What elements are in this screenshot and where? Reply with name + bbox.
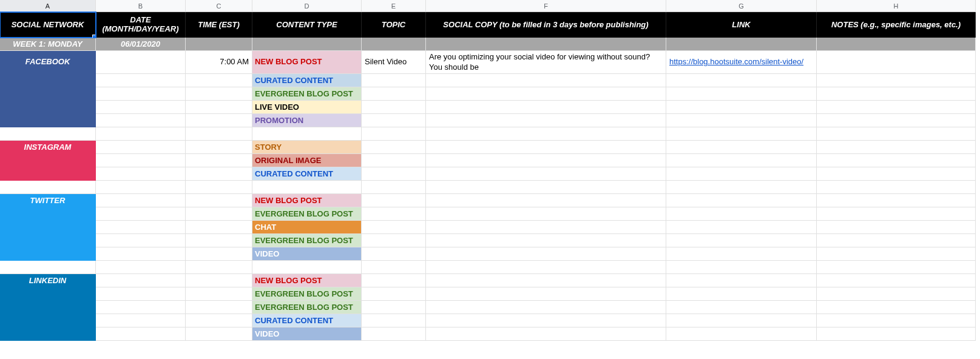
tag-curated-content[interactable]: CURATED CONTENT xyxy=(252,167,362,181)
cell[interactable] xyxy=(186,141,252,154)
tag-new-blog-post[interactable]: NEW BLOG POST xyxy=(252,51,362,74)
cell[interactable] xyxy=(96,154,186,167)
cell[interactable] xyxy=(817,247,976,261)
cell[interactable] xyxy=(817,141,976,154)
cell[interactable] xyxy=(96,234,186,247)
cell[interactable] xyxy=(426,207,666,221)
cell[interactable] xyxy=(666,127,817,141)
cell[interactable] xyxy=(186,87,252,101)
cell[interactable] xyxy=(186,127,252,141)
tag-evergreen[interactable]: EVERGREEN BLOG POST xyxy=(252,234,362,247)
cell[interactable] xyxy=(96,327,186,341)
cell[interactable] xyxy=(426,221,666,234)
cell[interactable] xyxy=(666,87,817,101)
tag-promotion[interactable]: PROMOTION xyxy=(252,114,362,127)
cell[interactable] xyxy=(362,234,426,247)
cell[interactable] xyxy=(666,221,817,234)
cell[interactable] xyxy=(426,101,666,114)
cell[interactable] xyxy=(666,114,817,127)
cell[interactable] xyxy=(666,194,817,207)
cell[interactable] xyxy=(362,194,426,207)
cell[interactable] xyxy=(817,301,976,314)
cell[interactable] xyxy=(426,301,666,314)
cell[interactable] xyxy=(96,51,186,74)
cell[interactable] xyxy=(817,167,976,181)
tag-new-blog-post[interactable]: NEW BLOG POST xyxy=(252,274,362,287)
cell[interactable] xyxy=(0,314,96,327)
cell[interactable] xyxy=(426,127,666,141)
header-social-network[interactable]: SOCIAL NETWORK xyxy=(0,12,96,38)
cell[interactable] xyxy=(186,287,252,301)
cell[interactable] xyxy=(362,74,426,87)
fb-topic[interactable]: Silent Video xyxy=(362,51,426,74)
cell[interactable] xyxy=(96,127,186,141)
cell[interactable] xyxy=(817,207,976,221)
cell[interactable] xyxy=(96,167,186,181)
cell[interactable] xyxy=(666,141,817,154)
cell[interactable] xyxy=(362,301,426,314)
cell[interactable] xyxy=(186,114,252,127)
tag-curated-content[interactable]: CURATED CONTENT xyxy=(252,314,362,327)
tag-chat[interactable]: CHAT xyxy=(252,221,362,234)
cell[interactable] xyxy=(666,261,817,274)
fb-copy[interactable]: Are you optimizing your social video for… xyxy=(426,51,666,74)
network-instagram-label[interactable]: INSTAGRAM xyxy=(0,141,96,154)
col-header-B[interactable]: B xyxy=(96,0,186,12)
cell[interactable] xyxy=(426,261,666,274)
cell[interactable] xyxy=(0,301,96,314)
cell[interactable] xyxy=(817,194,976,207)
cell[interactable] xyxy=(362,38,426,51)
cell[interactable] xyxy=(252,261,362,274)
cell[interactable] xyxy=(186,154,252,167)
cell[interactable] xyxy=(186,327,252,341)
cell[interactable] xyxy=(666,181,817,194)
cell[interactable] xyxy=(186,234,252,247)
cell[interactable] xyxy=(426,194,666,207)
fb-link[interactable]: https://blog.hootsuite.com/silent-video/ xyxy=(669,57,803,67)
cell[interactable] xyxy=(0,101,96,114)
cell[interactable] xyxy=(96,101,186,114)
cell[interactable] xyxy=(252,181,362,194)
col-header-G[interactable]: G xyxy=(666,0,817,12)
cell[interactable] xyxy=(0,154,96,167)
cell[interactable] xyxy=(817,274,976,287)
week-date[interactable]: 06/01/2020 xyxy=(96,38,186,51)
cell[interactable] xyxy=(817,114,976,127)
cell[interactable] xyxy=(426,274,666,287)
cell[interactable] xyxy=(666,314,817,327)
cell[interactable] xyxy=(186,301,252,314)
header-date[interactable]: DATE (MONTH/DAY/YEAR) xyxy=(96,12,186,38)
cell[interactable] xyxy=(666,327,817,341)
cell[interactable] xyxy=(362,261,426,274)
cell[interactable] xyxy=(186,261,252,274)
cell[interactable] xyxy=(817,154,976,167)
cell[interactable] xyxy=(96,314,186,327)
cell[interactable] xyxy=(0,287,96,301)
cell[interactable] xyxy=(0,234,96,247)
cell[interactable] xyxy=(0,114,96,127)
cell[interactable] xyxy=(0,247,96,261)
cell[interactable] xyxy=(817,181,976,194)
cell[interactable] xyxy=(362,327,426,341)
header-time[interactable]: TIME (EST) xyxy=(186,12,252,38)
cell[interactable] xyxy=(426,154,666,167)
cell[interactable] xyxy=(817,314,976,327)
cell[interactable] xyxy=(817,74,976,87)
header-content-type[interactable]: CONTENT TYPE xyxy=(252,12,362,38)
cell[interactable] xyxy=(362,287,426,301)
cell[interactable] xyxy=(817,87,976,101)
cell[interactable] xyxy=(96,287,186,301)
cell[interactable] xyxy=(666,287,817,301)
tag-video[interactable]: VIDEO xyxy=(252,327,362,341)
cell[interactable] xyxy=(666,274,817,287)
cell[interactable] xyxy=(186,274,252,287)
spreadsheet-grid[interactable]: A B C D E F G H SOCIAL NETWORK DATE (MON… xyxy=(0,0,980,341)
cell[interactable] xyxy=(817,38,976,51)
cell[interactable] xyxy=(0,87,96,101)
cell[interactable] xyxy=(96,207,186,221)
cell[interactable] xyxy=(426,114,666,127)
cell[interactable] xyxy=(362,87,426,101)
cell[interactable] xyxy=(362,114,426,127)
cell[interactable] xyxy=(362,221,426,234)
cell[interactable] xyxy=(362,141,426,154)
